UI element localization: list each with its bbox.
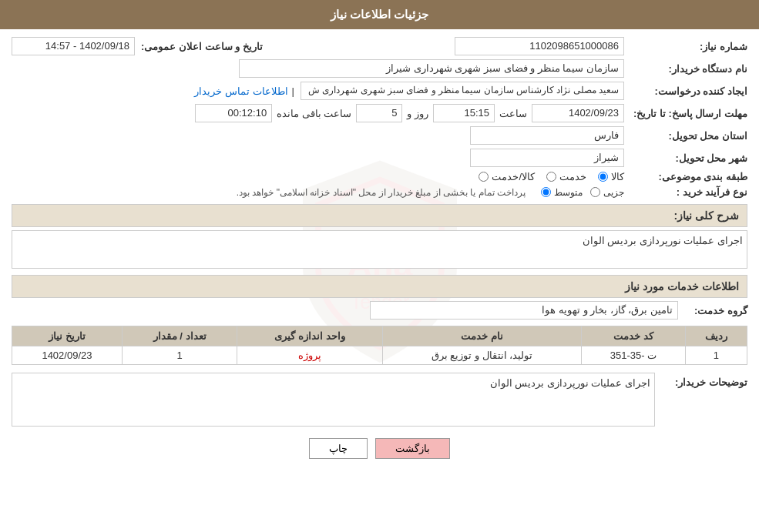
creator-row: ایجاد کننده درخواست: سعید مصلی نژاد کارش…: [12, 82, 747, 100]
need-number-value: 1102098651000086: [455, 37, 624, 55]
creator-label: ایجاد کننده درخواست:: [624, 85, 747, 97]
back-button[interactable]: بازگشت: [375, 438, 450, 459]
process-motavasset-label: متوسط: [554, 187, 583, 198]
table-row: 1ت -35-351تولید، انتقال و توزیع برقپروژه…: [12, 346, 747, 365]
need-desc-section-header: شرح کلی نیاز:: [12, 204, 747, 227]
services-section-header: اطلاعات خدمات مورد نیاز: [12, 275, 747, 298]
response-remain: 00:12:10: [195, 104, 272, 122]
response-deadline-label: مهلت ارسال پاسخ: تا تاریخ:: [624, 108, 747, 119]
buyer-org-label: نام دستگاه خریدار:: [624, 63, 747, 75]
response-date: 1402/09/23: [532, 104, 624, 122]
process-row: نوع فرآیند خرید : جزیی متوسط پرداخت تمام…: [12, 186, 747, 198]
col-date: تاریخ نیاز: [12, 326, 123, 346]
col-unit: واحد اندازه گیری: [237, 326, 382, 346]
category-kala-label: کالا: [611, 171, 624, 182]
category-khadamat-radio[interactable]: [546, 172, 556, 182]
response-time: 15:15: [433, 104, 495, 122]
process-jozii-label: جزیی: [603, 187, 624, 198]
category-khadamat-label: خدمت: [559, 171, 586, 182]
response-days-label: روز و: [407, 108, 428, 119]
process-motavasset[interactable]: متوسط: [541, 187, 583, 198]
service-group-value: تامین برق، گاز، بخار و تهویه هوا: [370, 301, 678, 320]
buyer-notes-label: توضیحات خریدار:: [655, 373, 747, 388]
col-row-num: ردیف: [685, 326, 747, 346]
service-group-row: گروه خدمت: تامین برق، گاز، بخار و تهویه …: [12, 301, 747, 320]
response-time-label: ساعت: [499, 108, 527, 119]
cell-date: 1402/09/23: [12, 346, 123, 365]
category-kala-radio[interactable]: [598, 172, 608, 182]
category-radio-group: کالا خدمت کالا/خدمت: [479, 171, 624, 182]
buyer-notes-textarea: اجرای عملیات نورپردازی بردیس الوان: [12, 373, 655, 427]
page-title: جزئیات اطلاعات نیاز: [331, 8, 428, 21]
col-quantity: تعداد / مقدار: [122, 326, 237, 346]
process-jozii-radio[interactable]: [590, 187, 600, 197]
category-row: طبقه بندی موضوعی: کالا خدمت کالا/خدمت: [12, 171, 747, 182]
process-jozii[interactable]: جزیی: [590, 187, 624, 198]
category-kala[interactable]: کالا: [598, 171, 624, 182]
buyer-org-value: سازمان سیما منظر و فضای سبز شهری شهرداری…: [239, 59, 624, 78]
cell-service-name: تولید، انتقال و توزیع برق: [382, 346, 581, 365]
need-number-row: شماره نیاز: 1102098651000086 تاریخ و ساع…: [12, 37, 747, 55]
city-value: شیراز: [470, 149, 624, 167]
buyer-notes-row: توضیحات خریدار: اجرای عملیات نورپردازی ب…: [12, 373, 747, 427]
city-label: شهر محل تحویل:: [624, 152, 747, 164]
category-label: طبقه بندی موضوعی:: [624, 171, 747, 182]
province-label: استان محل تحویل:: [624, 130, 747, 142]
services-table-header-row: ردیف کد خدمت نام خدمت واحد اندازه گیری ت…: [12, 326, 747, 346]
services-table-wrapper: ردیف کد خدمت نام خدمت واحد اندازه گیری ت…: [12, 326, 747, 365]
cell-unit: پروژه: [237, 346, 382, 365]
cell-row-num: 1: [685, 346, 747, 365]
need-desc-textarea: اجرای عملیات نورپردازی بردیس الوان: [12, 230, 747, 269]
need-desc-label: شرح کلی نیاز:: [674, 209, 739, 222]
need-desc-row: اجرای عملیات نورپردازی بردیس الوان: [12, 230, 747, 269]
process-motavasset-radio[interactable]: [541, 187, 551, 197]
service-group-label: گروه خدمت:: [678, 305, 747, 316]
page-header: جزئیات اطلاعات نیاز: [0, 0, 759, 29]
creator-value: سعید مصلی نژاد کارشناس سازمان سیما منظر …: [301, 82, 624, 100]
print-button[interactable]: چاپ: [309, 438, 368, 459]
process-label: نوع فرآیند خرید :: [624, 186, 747, 198]
process-options: جزیی متوسط پرداخت تمام یا بخشی از مبلغ خ…: [237, 187, 624, 198]
category-kala-khadamat-radio[interactable]: [479, 172, 489, 182]
col-service-code: کد خدمت: [582, 326, 686, 346]
announce-datetime-value: 1402/09/18 - 14:57: [12, 37, 135, 55]
response-days: 5: [356, 104, 402, 122]
response-remain-label: ساعت باقی مانده: [277, 108, 351, 119]
announce-datetime-label: تاریخ و ساعت اعلان عمومی:: [141, 41, 263, 52]
category-kala-khadamat[interactable]: کالا/خدمت: [479, 171, 535, 182]
services-table: ردیف کد خدمت نام خدمت واحد اندازه گیری ت…: [12, 326, 747, 365]
creator-contact-link[interactable]: اطلاعات تماس خریدار: [194, 85, 287, 97]
city-row: شهر محل تحویل: شیراز: [12, 149, 747, 167]
services-section-label: اطلاعات خدمات مورد نیاز: [625, 280, 739, 293]
response-deadline-row: مهلت ارسال پاسخ: تا تاریخ: 1402/09/23 سا…: [12, 104, 747, 122]
category-khadamat[interactable]: خدمت: [546, 171, 586, 182]
button-row: بازگشت چاپ: [12, 438, 747, 459]
col-service-name: نام خدمت: [382, 326, 581, 346]
province-row: استان محل تحویل: فارس: [12, 126, 747, 145]
category-kala-khadamat-label: کالا/خدمت: [492, 171, 535, 182]
cell-quantity: 1: [122, 346, 237, 365]
need-number-label: شماره نیاز:: [624, 41, 747, 52]
process-text: پرداخت تمام یا بخشی از مبلغ خریدار از مح…: [237, 187, 526, 198]
province-value: فارس: [470, 126, 624, 145]
cell-service-code: ت -35-351: [582, 346, 686, 365]
buyer-org-row: نام دستگاه خریدار: سازمان سیما منظر و فض…: [12, 59, 747, 78]
